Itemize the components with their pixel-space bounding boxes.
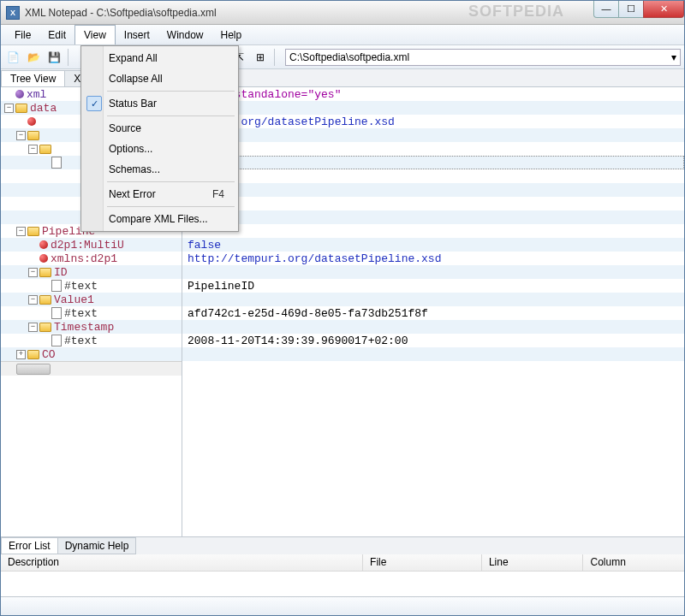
folder-icon [39, 295, 51, 305]
maximize-button[interactable]: ☐ [618, 1, 644, 18]
text-icon [51, 307, 62, 319]
value-cell[interactable] [182, 197, 684, 210]
value-cell[interactable] [182, 320, 684, 334]
tab-dynamichelp[interactable]: Dynamic Help [57, 537, 137, 554]
menu-view[interactable]: View [74, 25, 116, 44]
value-cell[interactable] [182, 224, 684, 238]
expand-icon[interactable]: − [28, 295, 38, 305]
value-cell[interactable]: tempuri.org/datasetPipeline.xsd [182, 115, 684, 128]
value-cell[interactable] [182, 210, 684, 224]
folder-icon [39, 268, 51, 277]
close-button[interactable]: ✕ [643, 1, 684, 18]
menu-compare-xml[interactable]: Compare XML Files... [83, 209, 236, 229]
folder-icon [27, 350, 39, 359]
menu-expand-all[interactable]: Expand All [83, 48, 236, 68]
tree-node[interactable]: −Timestamp [1, 320, 182, 334]
expand-icon[interactable]: − [16, 131, 26, 140]
view-menu-dropdown: Expand All Collapse All ✓ Status Bar Sou… [80, 45, 239, 232]
path-text: C:\Softpedia\softpedia.xml [289, 51, 409, 63]
value-cell[interactable]: false [182, 238, 684, 252]
tree-node[interactable]: −ID [1, 265, 182, 279]
menu-help[interactable]: Help [212, 25, 251, 44]
value-cell[interactable]: ia [182, 156, 684, 169]
text-icon [51, 335, 62, 346]
path-combo[interactable]: C:\Softpedia\softpedia.xml ▾ [285, 49, 681, 66]
menu-window[interactable]: Window [158, 25, 212, 44]
folder-icon [39, 145, 51, 154]
menu-source[interactable]: Source [83, 118, 236, 139]
value-cell[interactable] [182, 265, 684, 279]
text-icon [51, 280, 62, 292]
minimize-button[interactable]: — [593, 1, 619, 18]
expand-icon[interactable]: − [16, 227, 26, 236]
menu-status-bar[interactable]: ✓ Status Bar [83, 93, 236, 114]
value-cell[interactable] [182, 183, 684, 197]
expand-icon[interactable]: + [16, 350, 26, 359]
col-file[interactable]: File [363, 554, 482, 571]
value-cell[interactable] [182, 293, 684, 306]
expand-icon[interactable]: − [28, 323, 38, 332]
save-button[interactable]: 💾 [45, 49, 63, 66]
folder-icon [27, 131, 39, 140]
value-cell[interactable] [182, 142, 684, 156]
tree-node[interactable]: −Value1 [1, 293, 182, 306]
tab-errorlist[interactable]: Error List [1, 537, 58, 554]
value-cell[interactable] [182, 169, 684, 183]
pi-icon [15, 90, 24, 98]
value-cell[interactable] [182, 101, 684, 115]
value-cell[interactable] [182, 128, 684, 142]
expand-icon[interactable]: − [4, 104, 14, 113]
new-button[interactable]: 📄 [4, 49, 21, 66]
tree-node[interactable]: +CO [1, 347, 182, 361]
tree-node[interactable]: xmlns:d2p1 [1, 252, 182, 265]
toolbar-btn-b[interactable]: ⊞ [252, 49, 269, 66]
col-column[interactable]: Column [583, 554, 684, 571]
error-headers: Description File Line Column [1, 554, 684, 572]
tab-treeview[interactable]: Tree View [1, 70, 65, 86]
value-cell[interactable]: afd742c1-e25d-469d-8e05-fa73db251f8f [182, 306, 684, 320]
menu-file[interactable]: File [6, 25, 39, 44]
folder-icon [27, 227, 39, 236]
expand-icon[interactable]: − [28, 145, 38, 154]
expand-icon[interactable]: − [28, 268, 38, 277]
tree-node[interactable]: #text [1, 279, 182, 293]
attribute-icon [39, 254, 48, 263]
value-cell[interactable]: ="1.0" standalone="yes" [182, 87, 684, 101]
error-list-body [1, 572, 684, 596]
value-cell[interactable]: http://tempuri.org/datasetPipeline.xsd [182, 252, 684, 265]
menubar: File Edit View Insert Window Help [1, 25, 684, 45]
menu-insert[interactable]: Insert [116, 25, 158, 44]
value-cell[interactable]: PipelineID [182, 279, 684, 293]
error-pane: Error List Dynamic Help Description File… [1, 536, 684, 596]
menu-options[interactable]: Options... [83, 139, 236, 159]
app-icon: X [6, 6, 20, 20]
menu-schemas[interactable]: Schemas... [83, 159, 236, 180]
tree-node[interactable]: #text [1, 306, 182, 320]
folder-icon [39, 323, 51, 332]
value-cell[interactable]: 2008-11-20T14:39:39.9690017+02:00 [182, 334, 684, 347]
value-cell[interactable] [182, 347, 684, 361]
menu-next-error[interactable]: Next ErrorF4 [83, 184, 236, 204]
watermark: SOFTPEDIA [468, 3, 564, 21]
titlebar: X XML Notepad - C:\Softpedia\softpedia.x… [1, 1, 684, 25]
statusbar [1, 596, 684, 615]
value-pane[interactable]: ="1.0" standalone="yes"tempuri.org/datas… [182, 87, 684, 536]
open-button[interactable]: 📂 [25, 49, 42, 66]
folder-icon [15, 104, 27, 113]
attribute-icon [39, 240, 48, 249]
tree-h-scrollbar[interactable] [1, 361, 182, 376]
col-description[interactable]: Description [1, 554, 363, 571]
check-icon: ✓ [86, 96, 102, 111]
menu-edit[interactable]: Edit [39, 25, 74, 44]
tree-node[interactable]: d2p1:MultiU [1, 238, 182, 252]
col-line[interactable]: Line [482, 554, 584, 571]
text-icon [51, 157, 62, 169]
attribute-icon [27, 117, 36, 126]
menu-collapse-all[interactable]: Collapse All [83, 68, 236, 89]
chevron-down-icon[interactable]: ▾ [671, 51, 676, 63]
tree-node[interactable]: #text [1, 334, 182, 347]
